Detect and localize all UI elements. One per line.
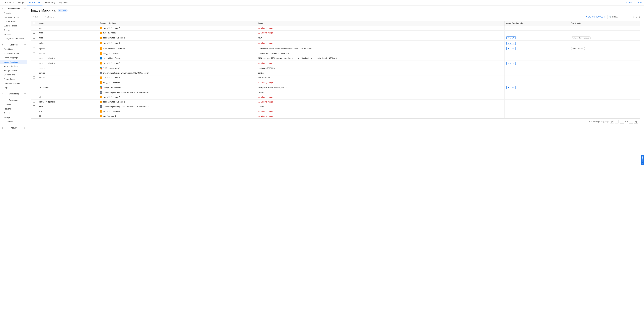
prev-page-button[interactable]: ◂ bbox=[615, 120, 618, 123]
sidebar-item-storage[interactable]: Storage bbox=[0, 115, 27, 120]
sidebar-header-activity[interactable]: ◷ Activity ▸ bbox=[0, 126, 27, 130]
sidebar-item-config-properties[interactable]: Configuration Properties bbox=[0, 36, 27, 41]
info-icon[interactable]: ℹ bbox=[634, 16, 634, 18]
row-checkbox[interactable] bbox=[33, 27, 35, 29]
sidebar-item-custom-names[interactable]: Custom Names bbox=[0, 24, 27, 28]
row-cloud-config bbox=[504, 71, 569, 75]
row-checkbox[interactable] bbox=[33, 67, 35, 69]
sidebar-header-administration[interactable]: ⚙ Administration ▾ bbox=[0, 6, 27, 11]
nav-extensibility[interactable]: Extensibility bbox=[42, 0, 57, 5]
view-cloud-config-button[interactable]: 👁 VIEW bbox=[506, 36, 516, 39]
sidebar-item-kubernetes-zones[interactable]: Kubernetes Zones bbox=[0, 51, 27, 56]
sidebar-item-cloud-zones[interactable]: Cloud Zones bbox=[0, 47, 27, 51]
nav-resources[interactable]: Resources bbox=[2, 0, 16, 5]
row-checkbox-cell bbox=[31, 90, 37, 95]
gcp-icon bbox=[100, 86, 102, 89]
eye-icon: 👁 bbox=[508, 42, 510, 44]
view-cloud-config-button[interactable]: 👁 VIEW bbox=[506, 62, 516, 65]
sidebar-item-networks[interactable]: Networks bbox=[0, 107, 27, 111]
row-checkbox[interactable] bbox=[33, 81, 35, 83]
sidebar-item-pricing-cards[interactable]: Pricing Cards bbox=[0, 77, 27, 81]
row-cloud-config: 👁 VIEW bbox=[504, 85, 569, 90]
missing-image-indicator: ⚠Missing image bbox=[258, 115, 502, 117]
sidebar-item-storage-profiles[interactable]: Storage Profiles bbox=[0, 68, 27, 73]
sidebar-item-compute[interactable]: Compute bbox=[0, 102, 27, 107]
sidebar-item-users-groups[interactable]: Users and Groups bbox=[0, 15, 27, 19]
chevron-down-icon-resources: ▾ bbox=[24, 99, 26, 101]
sidebar: « ⚙ Administration ▾ Projects Users and … bbox=[0, 5, 28, 320]
constraint-tag: adcadcas:hard bbox=[571, 47, 585, 50]
image-value: cent-os bbox=[258, 91, 264, 93]
row-name: EED bbox=[37, 104, 98, 109]
row-checkbox[interactable] bbox=[33, 47, 35, 49]
row-checkbox[interactable] bbox=[33, 101, 35, 103]
row-image: backports-debian-7-wheezy-v20131127 bbox=[256, 85, 504, 90]
edit-button[interactable]: ✏ EDIT bbox=[31, 15, 42, 19]
sidebar-item-kubernetes[interactable]: Kubernetes bbox=[0, 120, 27, 124]
row-cloud-config bbox=[504, 109, 569, 114]
row-checkbox[interactable] bbox=[33, 72, 35, 74]
row-checkbox[interactable] bbox=[33, 32, 35, 34]
table-row: agag ■aws / eu-west-1 ⚠Missing image bbox=[31, 30, 640, 35]
nav-infrastructure[interactable]: Infrastructure bbox=[27, 0, 43, 5]
nav-migration[interactable]: Migration bbox=[57, 0, 70, 5]
row-checkbox[interactable] bbox=[33, 96, 35, 98]
sidebar-item-tags[interactable]: Tags bbox=[0, 85, 27, 90]
row-image: ⚠Missing image bbox=[256, 114, 504, 118]
sidebar-item-terraform-versions[interactable]: Terraform Versions bbox=[0, 81, 27, 85]
row-checkbox[interactable] bbox=[33, 42, 35, 44]
nav-design[interactable]: Design bbox=[16, 0, 26, 5]
sidebar-item-network-profiles[interactable]: Network Profiles bbox=[0, 64, 27, 68]
filter-input[interactable] bbox=[612, 16, 630, 18]
row-name: dff bbox=[37, 95, 98, 100]
next-page-button[interactable]: ▸ bbox=[629, 120, 633, 123]
row-image: 000fe881-0cfd-4a1c-42a4-ba844eae1ae2 077… bbox=[256, 46, 504, 51]
sidebar-item-custom-roles[interactable]: Custom Roles bbox=[0, 19, 27, 24]
row-checkbox-cell bbox=[31, 51, 37, 56]
row-checkbox[interactable] bbox=[33, 86, 35, 88]
sidebar-header-configure[interactable]: ⚙ Configure ▾ bbox=[0, 42, 27, 47]
grid-icon[interactable]: ⊞ bbox=[638, 16, 640, 18]
sidebar-item-cluster-plans[interactable]: Cluster Plans bbox=[0, 73, 27, 77]
missing-image-indicator: ⚠Missing image bbox=[258, 81, 502, 84]
row-checkbox[interactable] bbox=[33, 52, 35, 54]
first-page-button[interactable]: |◂ bbox=[610, 120, 614, 123]
select-all-header[interactable] bbox=[31, 21, 37, 26]
feedback-tab[interactable]: Feedback bbox=[641, 155, 644, 165]
row-checkbox[interactable] bbox=[33, 110, 35, 112]
delete-button[interactable]: ✕ DELETE bbox=[43, 15, 56, 19]
view-ungrouped-button[interactable]: VIEW UNGROUPED ▾ bbox=[586, 16, 605, 18]
sidebar-header-onboarding[interactable]: ○ Onboarding ▾ bbox=[0, 92, 27, 96]
select-all-checkbox[interactable] bbox=[33, 22, 35, 24]
sidebar-item-flavor-mappings[interactable]: Flavor Mappings bbox=[0, 56, 27, 60]
row-checkbox[interactable] bbox=[33, 57, 35, 59]
row-checkbox-cell bbox=[31, 35, 37, 41]
last-page-button[interactable]: ▸| bbox=[634, 120, 638, 123]
missing-image-indicator: ⚠Missing image bbox=[258, 27, 502, 29]
eye-icon: 👁 bbox=[508, 86, 510, 88]
sidebar-item-image-mappings[interactable]: Image Mappings bbox=[0, 60, 27, 64]
view-cloud-config-button[interactable]: 👁 VIEW bbox=[506, 86, 516, 89]
sidebar-item-projects[interactable]: Projects bbox=[0, 11, 27, 15]
refresh-icon[interactable]: ↻ bbox=[636, 16, 637, 18]
search-icon: 🔍 bbox=[609, 16, 612, 18]
table-row: cent-os GCP / europe-west1 centos-6-v201… bbox=[31, 66, 640, 71]
row-checkbox[interactable] bbox=[33, 62, 35, 64]
current-page-input[interactable] bbox=[620, 120, 624, 123]
row-checkbox[interactable] bbox=[33, 76, 35, 78]
sidebar-item-security[interactable]: Security bbox=[0, 111, 27, 115]
sidebar-item-settings[interactable]: Settings bbox=[0, 32, 27, 36]
sidebar-collapse-button[interactable]: « bbox=[25, 7, 26, 9]
item-count-badge: 83 items bbox=[58, 9, 68, 12]
sidebar-item-secrets[interactable]: Secrets bbox=[0, 28, 27, 32]
row-checkbox[interactable] bbox=[33, 105, 35, 107]
row-checkbox[interactable] bbox=[33, 37, 35, 39]
row-account: VMcmbuvcfmgmtvc.eng.vmware.com / SDDC-Da… bbox=[98, 90, 256, 95]
guided-setup-link[interactable]: 🖥 GUIDED SETUP bbox=[625, 2, 642, 4]
row-constraints bbox=[569, 104, 640, 109]
view-cloud-config-button[interactable]: 👁 VIEW bbox=[506, 42, 516, 45]
row-checkbox[interactable] bbox=[33, 91, 35, 93]
row-checkbox[interactable] bbox=[33, 115, 35, 117]
view-cloud-config-button[interactable]: 👁 VIEW bbox=[506, 47, 516, 50]
sidebar-header-resources[interactable]: □ Resources ▾ bbox=[0, 98, 27, 102]
